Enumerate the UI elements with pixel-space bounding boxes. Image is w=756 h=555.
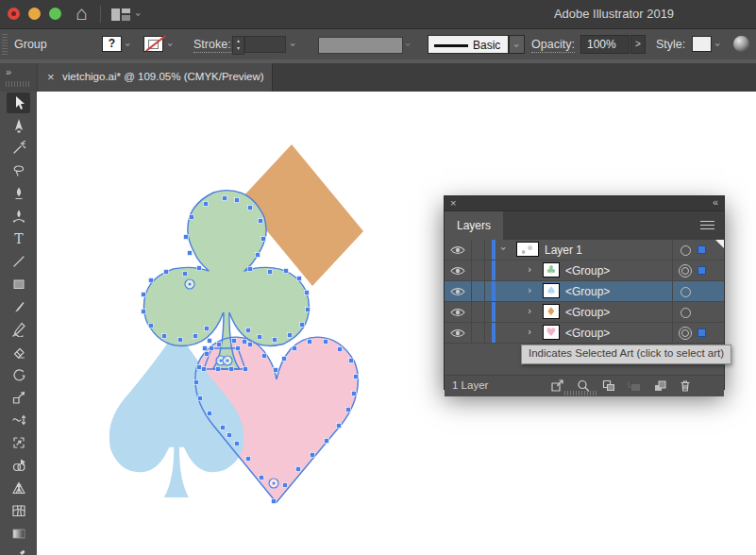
lock-toggle-cell[interactable] bbox=[471, 302, 485, 322]
anchor-point-club[interactable] bbox=[248, 267, 253, 272]
anchor-point-heart[interactable] bbox=[308, 340, 312, 345]
tool-magic-wand-tool[interactable] bbox=[7, 138, 30, 159]
target-circle-icon[interactable] bbox=[680, 245, 691, 256]
layer-row-diamond[interactable]: ›♦<Group> bbox=[445, 302, 724, 323]
anchor-point-club[interactable] bbox=[243, 340, 247, 345]
layer-label[interactable]: <Group> bbox=[565, 306, 610, 319]
anchor-point-heart[interactable] bbox=[274, 368, 278, 373]
anchor-point-club[interactable] bbox=[244, 367, 248, 372]
anchor-point-heart[interactable] bbox=[227, 433, 232, 438]
layer-thumbnail-club[interactable]: ♣ bbox=[543, 262, 560, 278]
anchor-point-club[interactable] bbox=[164, 270, 169, 275]
anchor-point-club[interactable] bbox=[235, 198, 240, 203]
anchor-point-heart[interactable] bbox=[293, 346, 297, 351]
anchor-point-heart[interactable] bbox=[324, 340, 328, 345]
stroke-label[interactable]: Stroke: bbox=[193, 38, 231, 53]
tool-scale-tool[interactable] bbox=[7, 387, 30, 408]
anchor-point-club[interactable] bbox=[205, 327, 210, 331]
chevron-right-icon[interactable]: › bbox=[528, 326, 531, 338]
anchor-point-heart[interactable] bbox=[338, 347, 343, 352]
anchor-point-heart[interactable] bbox=[337, 424, 342, 429]
anchor-point-club[interactable] bbox=[142, 293, 146, 297]
chevron-down-icon[interactable]: › bbox=[497, 246, 510, 250]
zoom-window-button[interactable] bbox=[49, 8, 61, 20]
selected-art-indicator[interactable] bbox=[697, 245, 706, 254]
anchor-point-club[interactable] bbox=[236, 346, 241, 351]
visibility-eye-icon[interactable] bbox=[445, 240, 472, 260]
anchor-point-club[interactable] bbox=[197, 266, 202, 271]
anchor-point-club[interactable] bbox=[261, 237, 266, 242]
anchor-point-club[interactable] bbox=[306, 308, 311, 312]
anchor-point-club[interactable] bbox=[142, 310, 146, 314]
anchor-point-heart[interactable] bbox=[198, 396, 203, 401]
layers-tab[interactable]: Layers bbox=[445, 211, 503, 240]
create-new-layer-icon[interactable] bbox=[652, 378, 669, 394]
anchor-point-club[interactable] bbox=[193, 334, 198, 339]
opacity-expand-button[interactable]: > bbox=[630, 35, 646, 54]
anchor-point-club[interactable] bbox=[216, 367, 221, 372]
anchor-point-heart[interactable] bbox=[217, 343, 222, 347]
tool-curvature-tool[interactable] bbox=[7, 206, 30, 227]
anchor-point-heart[interactable] bbox=[325, 439, 329, 444]
chevron-right-icon[interactable]: › bbox=[528, 284, 531, 296]
visibility-eye-icon[interactable] bbox=[445, 323, 472, 343]
brush-style-dropdown[interactable]: Basic bbox=[428, 35, 509, 54]
lock-toggle-cell[interactable] bbox=[471, 261, 485, 280]
anchor-point-club[interactable] bbox=[178, 338, 183, 343]
layer-row-club[interactable]: ›♣<Group> bbox=[445, 261, 724, 281]
anchor-point-club[interactable] bbox=[188, 251, 193, 256]
lock-toggle-cell[interactable] bbox=[471, 240, 485, 260]
document-tab[interactable]: × vietchigo.ai* @ 109.05% (CMYK/Preview) bbox=[38, 63, 273, 92]
anchor-point-heart[interactable] bbox=[260, 476, 264, 480]
anchor-point-club[interactable] bbox=[300, 323, 305, 328]
opacity-label[interactable]: Opacity: bbox=[531, 38, 575, 53]
tool-pen-tool[interactable] bbox=[7, 183, 30, 204]
minimize-window-button[interactable] bbox=[28, 8, 41, 20]
stroke-swatch[interactable] bbox=[143, 36, 163, 52]
anchor-point-club[interactable] bbox=[268, 270, 273, 275]
close-window-button[interactable] bbox=[8, 8, 20, 20]
fill-swatch[interactable]: ? bbox=[102, 36, 122, 52]
tool-shape-builder-tool[interactable] bbox=[7, 455, 30, 476]
anchor-point-heart[interactable] bbox=[352, 392, 357, 396]
panel-resize-grip[interactable] bbox=[564, 391, 596, 395]
stroke-weight-stepper[interactable]: ▴▾ bbox=[232, 36, 244, 55]
tool-rotate-tool[interactable] bbox=[7, 364, 30, 385]
tool-rectangle-tool[interactable] bbox=[7, 274, 30, 294]
anchor-point-heart[interactable] bbox=[221, 426, 226, 430]
anchor-point-heart[interactable] bbox=[311, 453, 315, 458]
anchor-point-heart[interactable] bbox=[246, 457, 251, 462]
stroke-weight-chevron-icon[interactable]: › bbox=[288, 42, 298, 46]
panel-collapse-icon[interactable]: « bbox=[713, 196, 718, 209]
opacity-field[interactable]: 100% bbox=[580, 35, 630, 54]
anchor-point-club[interactable] bbox=[204, 202, 209, 207]
workspace-switcher-icon[interactable] bbox=[111, 8, 130, 21]
home-icon[interactable]: ⌂ bbox=[76, 2, 88, 25]
layer-thumbnail-diamond[interactable]: ♦ bbox=[543, 304, 560, 319]
lock-toggle-cell[interactable] bbox=[471, 323, 485, 343]
brush-definition-chevron-icon[interactable]: › bbox=[403, 42, 413, 46]
fill-chevron-icon[interactable]: › bbox=[123, 42, 133, 46]
anchor-point-club[interactable] bbox=[202, 367, 207, 372]
layer-thumbnail-artboard[interactable] bbox=[516, 242, 539, 257]
dock-grip[interactable] bbox=[6, 81, 30, 87]
chevron-right-icon[interactable]: › bbox=[528, 263, 531, 276]
anchor-point-club[interactable] bbox=[149, 324, 154, 328]
anchor-point-club[interactable] bbox=[259, 219, 263, 224]
anchor-point-club[interactable] bbox=[208, 339, 212, 344]
anchor-point-heart[interactable] bbox=[232, 339, 237, 344]
target-circle-icon[interactable] bbox=[679, 264, 692, 278]
anchor-point-heart[interactable] bbox=[208, 412, 212, 416]
layer-thumbnail-spade[interactable]: ♠ bbox=[543, 283, 560, 298]
tool-shaper-tool[interactable] bbox=[7, 319, 30, 340]
tool-gradient-tool[interactable] bbox=[7, 523, 30, 544]
tool-paintbrush-tool[interactable] bbox=[7, 296, 30, 317]
visibility-eye-icon[interactable] bbox=[445, 261, 472, 280]
visibility-eye-icon[interactable] bbox=[445, 302, 472, 322]
layer-label[interactable]: <Group> bbox=[565, 264, 610, 278]
anchor-point-club[interactable] bbox=[305, 291, 310, 295]
style-chevron-icon[interactable]: › bbox=[713, 42, 723, 46]
anchor-point-club[interactable] bbox=[184, 235, 189, 240]
anchor-point-club[interactable] bbox=[162, 334, 167, 339]
target-circle-icon[interactable] bbox=[680, 308, 691, 318]
